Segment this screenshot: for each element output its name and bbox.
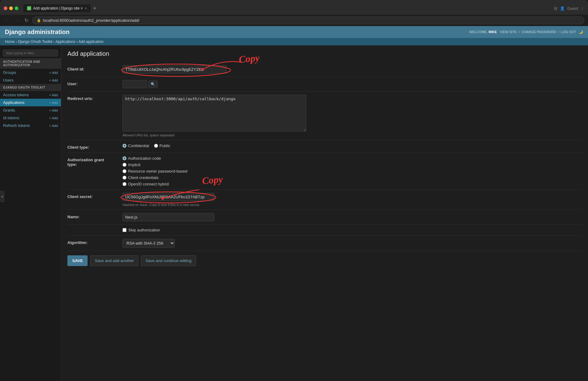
client-type-label: Client type: xyxy=(67,143,123,150)
back-button[interactable]: ← xyxy=(4,17,11,24)
sidebar-groups-label: Groups xyxy=(3,70,16,75)
grant-password[interactable]: Resource owner password-based xyxy=(123,169,582,173)
sidebar-collapse-button[interactable]: « xyxy=(0,191,5,202)
sidebar-grants-add[interactable]: + Add xyxy=(49,109,58,112)
sidebar-id-tokens-add[interactable]: + Add xyxy=(49,116,58,120)
tab-title: Add application | Django site × xyxy=(33,6,83,10)
client-type-confidential[interactable]: Confidential xyxy=(123,143,149,148)
grant-implicit[interactable]: Implicit xyxy=(123,162,582,167)
client-id-label: Client id: xyxy=(67,65,123,71)
client-secret-field: Hashed on Save. Copy it now if this is a… xyxy=(123,193,582,207)
sidebar-applications-add[interactable]: + Add xyxy=(49,101,58,105)
close-button[interactable] xyxy=(4,6,7,10)
sidebar: AUTHENTICATION AND AUTHORIZATION Groups … xyxy=(0,45,61,381)
sidebar-groups-add[interactable]: + Add xyxy=(49,71,58,74)
auth-grant-label: Authorization grant type: xyxy=(67,156,123,167)
tab-close-icon[interactable]: ✕ xyxy=(85,7,87,10)
user-input-wrap: 🔍 xyxy=(123,80,582,88)
titlebar: D Add application | Django site × ✕ + ⊟ … xyxy=(0,2,588,15)
admin-title[interactable]: Django administration xyxy=(5,29,70,36)
grant-client-credentials-label: Client credentials xyxy=(128,175,159,180)
form-row-auth-grant: Authorization grant type: Authorization … xyxy=(67,153,582,190)
sidebar-item-refresh-tokens[interactable]: Refresh tokens + Add xyxy=(0,122,61,129)
client-id-input[interactable] xyxy=(123,65,227,74)
form-row-skip-auth: Skip authorization xyxy=(67,225,582,236)
menu-icon[interactable]: ⋮ xyxy=(580,6,584,11)
save-add-another-button[interactable]: Save and add another xyxy=(90,255,138,266)
sidebar-section-auth: AUTHENTICATION AND AUTHORIZATION xyxy=(0,58,61,69)
sidebar-item-applications[interactable]: Applications + Add xyxy=(0,99,61,106)
save-continue-button[interactable]: Save and continue editing xyxy=(141,255,196,266)
address-bar[interactable]: 🔒 localhost:8000/admin/oauth2_provider/a… xyxy=(32,17,584,24)
grant-client-credentials[interactable]: Client credentials xyxy=(123,175,582,180)
admin-user-tools: WELCOME, MIKE VIEW SITE / CHANGE PASSWOR… xyxy=(469,30,583,34)
minimize-button[interactable] xyxy=(9,6,13,10)
grant-client-credentials-radio[interactable] xyxy=(123,176,126,180)
forward-button[interactable]: → xyxy=(13,17,21,24)
skip-auth-checkbox[interactable] xyxy=(123,228,126,232)
maximize-button[interactable] xyxy=(15,6,18,10)
traffic-lights xyxy=(4,6,18,10)
sidebar-users-label: Users xyxy=(3,78,13,82)
breadcrumb-section[interactable]: Django OAuth Toolkit xyxy=(18,40,53,44)
grant-password-radio[interactable] xyxy=(123,169,126,173)
admin-username: MIKE xyxy=(488,30,497,34)
sidebar-item-grants[interactable]: Grants + Add xyxy=(0,106,61,114)
public-label: Public xyxy=(160,143,170,148)
skip-auth-label: Skip authorization xyxy=(128,228,160,232)
grant-auth-code[interactable]: Authorization code xyxy=(123,156,582,161)
sidebar-filter-input[interactable] xyxy=(3,50,58,56)
grant-openid-hybrid-radio[interactable] xyxy=(123,182,126,186)
sidebar-search[interactable] xyxy=(0,48,61,58)
sidebar-item-id-tokens[interactable]: Id tokens + Add xyxy=(0,114,61,122)
skip-auth-label-empty xyxy=(67,228,123,229)
account-icon[interactable]: 👤 xyxy=(560,6,565,11)
sidebar-grants-label: Grants xyxy=(3,108,15,112)
sidebar-applications-label: Applications xyxy=(3,100,24,105)
form-row-client-id: Client id: Copy xyxy=(67,62,582,77)
grant-openid-hybrid-label: OpenID connect hybrid xyxy=(128,182,169,186)
breadcrumb-subsection[interactable]: Applications xyxy=(55,40,75,44)
reload-button[interactable]: ↻ xyxy=(23,17,30,24)
client-secret-label: Client secret: xyxy=(67,193,123,199)
active-tab[interactable]: D Add application | Django site × ✕ xyxy=(23,4,91,12)
logout-link[interactable]: LOG OUT xyxy=(561,30,576,34)
breadcrumb-home[interactable]: Home xyxy=(5,40,15,44)
page-title: Add application xyxy=(67,50,582,57)
form-row-algorithm: Algorithm: No OIDC support RSA with SHA-… xyxy=(67,236,582,251)
grant-implicit-radio[interactable] xyxy=(123,163,126,167)
client-type-public[interactable]: Public xyxy=(154,143,170,148)
redirect-uris-help: Allowed URIs list, space separated xyxy=(123,133,582,137)
redirect-uris-label: Redirect uris: xyxy=(67,95,123,101)
sidebar-item-users[interactable]: Users + Add xyxy=(0,76,61,84)
breadcrumb: Home › Django OAuth Toolkit › Applicatio… xyxy=(0,38,588,45)
sidebar-item-groups[interactable]: Groups + Add xyxy=(0,69,61,76)
sidebar-access-tokens-label: Access tokens xyxy=(3,93,29,97)
sidebar-item-access-tokens[interactable]: Access tokens + Add xyxy=(0,91,61,99)
new-tab-button[interactable]: + xyxy=(93,5,96,12)
sidebar-access-tokens-add[interactable]: + Add xyxy=(49,93,58,97)
address-bar-row: ← → ↻ 🔒 localhost:8000/admin/oauth2_prov… xyxy=(0,15,588,26)
algorithm-select[interactable]: No OIDC support RSA with SHA-2 256 HMAC … xyxy=(123,239,175,248)
save-button[interactable]: SAVE xyxy=(67,255,88,266)
sidebar-refresh-tokens-add[interactable]: + Add xyxy=(49,124,58,128)
user-input[interactable] xyxy=(123,80,147,88)
grant-auth-code-label: Authorization code xyxy=(128,156,161,161)
sidebar-users-add[interactable]: + Add xyxy=(49,78,58,82)
sidebar-refresh-tokens-label: Refresh tokens xyxy=(3,123,30,128)
cast-icon[interactable]: ⊟ xyxy=(554,6,557,11)
page-wrapper: Django administration WELCOME, MIKE VIEW… xyxy=(0,26,588,381)
view-site-link[interactable]: VIEW SITE xyxy=(500,30,517,34)
grant-openid-hybrid[interactable]: OpenID connect hybrid xyxy=(123,182,582,186)
browser-chrome: D Add application | Django site × ✕ + ⊟ … xyxy=(0,0,588,26)
grant-auth-code-radio[interactable] xyxy=(123,156,126,160)
name-label: Name: xyxy=(67,213,123,219)
name-input[interactable] xyxy=(123,213,214,221)
change-password-link[interactable]: CHANGE PASSWORD xyxy=(522,30,556,34)
user-search-button[interactable]: 🔍 xyxy=(148,81,158,88)
redirect-uris-textarea[interactable]: http://localhost:3000/api/auth/callback/… xyxy=(123,95,306,131)
form-row-name: Name: xyxy=(67,210,582,225)
client-type-public-radio[interactable] xyxy=(154,144,158,148)
client-secret-input[interactable] xyxy=(123,193,214,201)
client-type-confidential-radio[interactable] xyxy=(123,144,126,148)
